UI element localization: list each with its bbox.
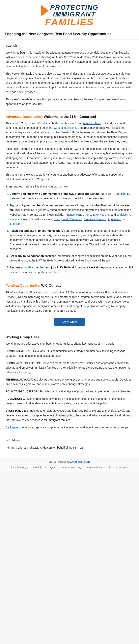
advocacy-heading: Advocacy Opportunity: Welcome to the 118… [6,115,134,119]
divider-1 [6,110,134,111]
help-link[interactable]: HELP [76,213,83,216]
working-groups-intro: Working groups offer active members an o… [6,342,134,346]
working-groups-heading: Working Group Calls [6,335,134,340]
work-legislating-link[interactable]: work of legislating [54,126,76,129]
learn-more-container: Learn More [6,318,134,326]
main-content: Dear John, We want to begin this newslet… [0,40,139,457]
action-list: Confirm you know who your members of the… [6,192,134,274]
list-item-3-bold: Reach out and say hi to your delegation. [10,229,63,232]
advocacy-para-4: To get started, here are five things you… [6,184,134,189]
judiciary2-link[interactable]: Judiciary [10,222,20,226]
list-item-5: Become an active member and join PIF's F… [10,265,134,274]
footer-website: Visit our website at www.pifcoalition.or… [6,460,134,464]
list-item-2: Figure out your members' committee assig… [10,203,134,226]
wg-policy-legal-desc: Provides technical analysis of proposed … [40,390,131,393]
advocacy-label: Advocacy Opportunity: [6,115,43,119]
wg-community-education: COMMUNITY EDUCATION: Convenes members to… [6,361,134,374]
wg-research-desc: Convenes researchers working on issues c… [6,397,125,405]
working-groups-section: Working Group Calls Working groups offer… [6,335,134,430]
list-item-1-bold: Confirm you know who your members of the… [10,192,100,196]
advocacy-section: Advocacy Opportunity: Welcome to the 118… [6,115,134,274]
finance-link[interactable]: Finance [65,213,75,216]
wg-communications-name: COMMUNICATIONS: [6,350,33,352]
logo-top-row: PROTECTING IMMIGRANT [41,4,98,18]
advocacy-para-2: Each new Congress is a blank slate and a… [6,146,134,170]
housing-link[interactable]: Housing [100,213,110,216]
closing-salutation: In Solidarity, [6,438,134,443]
website-link[interactable]: www.pifcoalition.org [69,460,90,463]
wg-policy-legal-name: POLICY/LEGAL (NERDS): [6,390,40,393]
logo-container: PROTECTING IMMIGRANT FAMILIES [41,4,98,27]
active-member-link[interactable]: active member [25,266,45,269]
advocacy-para-1: This month, Congressional leaders in bot… [6,121,134,144]
wg-communications: COMMUNICATIONS: Develops PIF's communica… [6,349,134,358]
footer-unsubscribe: If you believe you received this message… [6,466,134,469]
wg-research: RESEARCH: Convenes researchers working o… [6,396,134,406]
wg-community-education-name: COMMUNITY EDUCATION: [6,362,42,365]
agriculture2-link[interactable]: Agriculture [108,218,121,221]
divider-2 [6,278,134,279]
new-members-link[interactable]: new members [83,122,101,125]
email-subject: Engaging the New Congress, Two Food Secu… [5,32,134,36]
funding-label: Funding Opportunity: [6,284,40,288]
advocacy-title: Welcome to the 118th Congress! [44,115,96,119]
list-item-5-bold: Become an active member and join PIF's F… [10,266,105,269]
wg-research-name: RESEARCH: [6,397,23,400]
advocacy-para-3: This year, PIF is excited to work with y… [6,172,134,182]
learn-more-button[interactable]: Learn More [54,318,85,326]
funding-section: Funding Opportunity: WIC Outreach FRAC a… [6,283,134,313]
list-item-2-bold: Figure out your members' committee assig… [10,204,130,212]
funding-title: WIC Outreach [41,284,63,288]
funding-heading: Funding Opportunity: WIC Outreach [6,283,134,288]
divider-3 [6,331,134,331]
funding-para-1: FRAC and Unidos US are also working with… [6,290,134,313]
divider-4 [6,434,134,434]
email-wrapper: PROTECTING IMMIGRANT FAMILIES Engaging t… [0,0,139,472]
list-item-3: Reach out and say hi to your delegation.… [10,228,134,251]
intro-para-2: This weekend's tragic events are also a … [6,72,134,94]
header: PROTECTING IMMIGRANT FAMILIES [0,0,139,29]
energy-commerce-link[interactable]: Energy and Commerce [54,218,82,221]
list-item-4: Get ready to do education about the impo… [10,254,134,263]
wg-state-policy: STATE POLICY: Brings together state advo… [6,408,134,422]
signup-text: Click here to sign your organization up … [6,425,134,430]
list-item-4-bold: Get ready to do education [10,254,44,258]
logo-families: FAMILIES [41,18,98,27]
intro-para-1: We want to begin this newsletter by taki… [6,50,134,69]
list-item-1: Confirm you know who your members of the… [10,192,134,201]
agriculture-link[interactable]: Agriculture [84,213,98,216]
wg-federal-advocacy: FEDERAL ADVOCACY: Cultivates Members of … [6,377,134,386]
subject-bar: Engaging the New Congress, Two Food Secu… [0,29,139,40]
logo-protecting: PROTECTING IMMIGRANT [50,4,98,18]
wg-policy-legal: POLICY/LEGAL (NERDS): Provides technical… [6,389,134,394]
footer: Visit our website at www.pifcoalition.or… [0,457,139,472]
judiciary-link[interactable]: Judiciary [116,213,127,216]
wg-federal-advocacy-name: FEDERAL ADVOCACY: [6,378,37,381]
signup-link[interactable]: Click here [6,426,18,429]
logo-arrow-icon [41,5,49,17]
greeting: Dear John, [6,44,134,48]
intro-para-3: This week's newsletter spotlights tips f… [6,97,134,106]
wg-state-policy-name: STATE POLICY: [6,409,27,412]
financial-services-link[interactable]: Financial Services [84,218,106,221]
closing-signatories: Adriana Cadena & Cheasty Anderson, on be… [6,446,134,450]
